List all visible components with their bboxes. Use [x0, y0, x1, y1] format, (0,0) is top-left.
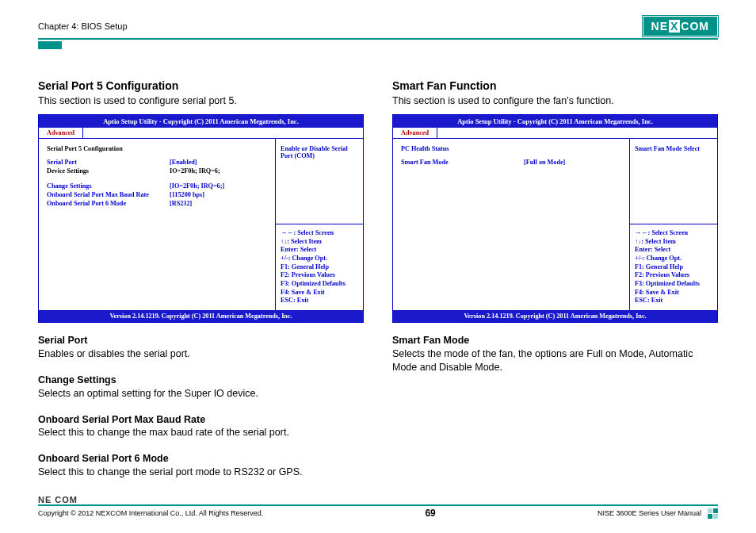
- para-body: Selects an optimal setting for the Super…: [38, 387, 364, 401]
- bios-help-text: Enable or Disable Serial Port (COM): [276, 139, 363, 224]
- para-block: Onboard Serial Port Max Baud Rate Select…: [38, 413, 364, 440]
- bios-key: F2: Previous Values: [281, 271, 358, 280]
- bios-panel-left: Aptio Setup Utility - Copyright (C) 2011…: [38, 114, 364, 323]
- footer-copyright: Copyright © 2012 NEXCOM International Co…: [38, 509, 263, 517]
- logo-text-left: NE: [651, 20, 668, 33]
- bios-key-legend: →←: Select Screen ↑↓: Select Item Enter:…: [276, 224, 363, 310]
- bios-opt-value: [Enabled]: [170, 159, 197, 166]
- para-block: Onboard Serial Port 6 Mode Select this t…: [38, 452, 364, 479]
- footer-rule: [38, 504, 718, 506]
- para-block: Change Settings Selects an optimal setti…: [38, 374, 364, 401]
- bios-key: ↑↓: Select Item: [281, 238, 358, 247]
- nexcom-logo: NE X COM: [643, 16, 718, 36]
- bios-key: Enter: Select: [635, 246, 712, 255]
- bios-opt-value: IO=2F0h; IRQ=6;: [170, 167, 220, 174]
- bios-header: Aptio Setup Utility - Copyright (C) 2011…: [39, 115, 363, 128]
- logo-text-mid: X: [669, 20, 680, 33]
- para-body: Select this to change the serial port mo…: [38, 466, 364, 479]
- bios-opt-label[interactable]: Onboard Serial Port 6 Mode: [47, 200, 170, 207]
- bios-panel-right: Aptio Setup Utility - Copyright (C) 2011…: [392, 114, 718, 323]
- bios-opt-value: [Full on Mode]: [524, 159, 565, 166]
- para-title: Change Settings: [38, 374, 364, 387]
- bios-tab-row: Advanced: [393, 128, 717, 139]
- bios-opt-label[interactable]: Serial Port: [47, 159, 170, 166]
- para-title: Smart Fan Mode: [392, 334, 718, 347]
- bios-help-text: Smart Fan Mode Select: [630, 139, 717, 224]
- para-block: Serial Port Enables or disables the seri…: [38, 334, 364, 361]
- bios-key: F2: Previous Values: [635, 271, 712, 280]
- bios-opt-value: [IO=2F0h; IRQ=6;]: [170, 182, 224, 190]
- bios-key: ↑↓: Select Item: [635, 238, 712, 247]
- para-body: Enables or disables the serial port.: [38, 347, 364, 361]
- bios-section-label: Serial Port 5 Configuration: [47, 145, 267, 152]
- bios-key: F1: General Help: [635, 263, 712, 272]
- bios-key: F4: Save & Exit: [281, 289, 358, 297]
- bios-opt-label[interactable]: Smart Fan Mode: [401, 159, 524, 166]
- bios-opt-label: Device Settings: [47, 167, 170, 174]
- section-title-left: Serial Port 5 Configuration: [38, 79, 364, 92]
- bios-key: →←: Select Screen: [281, 229, 358, 238]
- bios-header: Aptio Setup Utility - Copyright (C) 2011…: [393, 115, 717, 128]
- bios-opt-label[interactable]: Change Settings: [47, 182, 170, 190]
- page-number: 69: [425, 508, 435, 519]
- para-title: Serial Port: [38, 334, 364, 347]
- section-desc-right: This section is used to configure the fa…: [392, 95, 718, 106]
- section-desc-left: This section is used to configure serial…: [38, 95, 364, 106]
- para-title: Onboard Serial Port Max Baud Rate: [38, 413, 364, 427]
- bios-opt-value: [RS232]: [170, 200, 192, 207]
- bios-footer: Version 2.14.1219. Copyright (C) 2011 Am…: [393, 310, 717, 322]
- chapter-label: Chapter 4: BIOS Setup: [38, 21, 128, 31]
- bios-opt-value: [115200 bps]: [170, 191, 204, 198]
- bios-key: ESC: Exit: [281, 297, 358, 305]
- header-rule: [38, 38, 718, 40]
- bios-footer: Version 2.14.1219. Copyright (C) 2011 Am…: [39, 310, 363, 322]
- bios-opt-label[interactable]: Onboard Serial Port Max Baud Rate: [47, 191, 170, 198]
- footer-squares-icon: [708, 508, 718, 519]
- bios-tab-row: Advanced: [39, 128, 363, 139]
- section-title-right: Smart Fan Function: [392, 79, 718, 92]
- bios-key: F3: Optimized Defaults: [635, 280, 712, 289]
- bios-section-label: PC Health Status: [401, 145, 621, 152]
- bios-key: →←: Select Screen: [635, 229, 712, 238]
- logo-text-right: COM: [681, 20, 709, 33]
- para-body: Select this to change the max baud rate …: [38, 426, 364, 439]
- footer-mini-logo: NE COM: [38, 495, 718, 504]
- footer-manual-name: NISE 3600E Series User Manual: [598, 509, 701, 517]
- bios-tab-advanced[interactable]: Advanced: [393, 128, 437, 138]
- bios-key-legend: →←: Select Screen ↑↓: Select Item Enter:…: [630, 224, 717, 310]
- bios-key: Enter: Select: [281, 246, 358, 255]
- bios-key: F3: Optimized Defaults: [281, 280, 358, 289]
- bios-key: +/-: Change Opt.: [281, 255, 358, 263]
- bios-key: +/-: Change Opt.: [635, 255, 712, 263]
- bios-key: ESC: Exit: [635, 297, 712, 305]
- para-block: Smart Fan Mode Selects the mode of the f…: [392, 334, 718, 374]
- bios-tab-advanced[interactable]: Advanced: [39, 128, 83, 138]
- bios-key: F4: Save & Exit: [635, 289, 712, 297]
- bios-key: F1: General Help: [281, 263, 358, 272]
- para-body: Selects the mode of the fan, the options…: [392, 347, 718, 374]
- para-title: Onboard Serial Port 6 Mode: [38, 452, 364, 466]
- accent-tab: [38, 41, 62, 49]
